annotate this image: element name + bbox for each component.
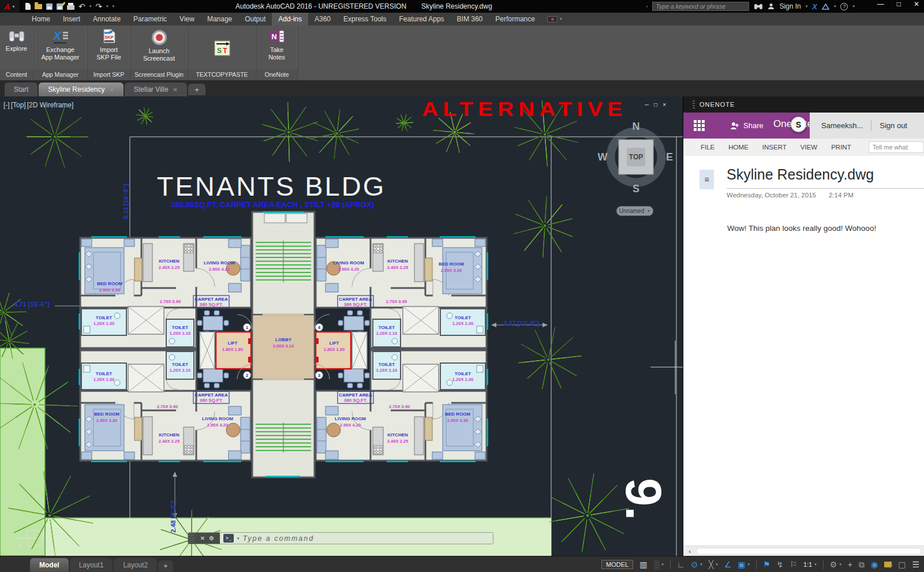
ribbon-tab-express-tools[interactable]: Express Tools (337, 13, 392, 25)
command-close-icon[interactable]: ✕ (200, 535, 205, 541)
tab-close-icon[interactable]: ✕ (109, 87, 114, 93)
infocenter-toggle-icon[interactable] (547, 16, 558, 23)
ribbon-tab-performance[interactable]: Performance (489, 13, 541, 25)
annotation-scale-icon[interactable]: ⚐ (790, 560, 797, 569)
ribbon-tab-featured-apps[interactable]: Featured Apps (393, 13, 451, 25)
viewcube-north[interactable]: N (633, 121, 640, 132)
new-drawing-tab-button[interactable]: + (188, 84, 205, 95)
customization-menu-icon[interactable]: ☰ (912, 560, 919, 569)
ribbon-tab-view[interactable]: View (173, 13, 201, 25)
layout-tab-model[interactable]: Model (30, 558, 69, 572)
grid-display-icon[interactable]: ▥ (639, 560, 647, 569)
object-snap-icon-dropdown[interactable]: ▾ (748, 562, 750, 567)
redo-icon[interactable]: ↷ (95, 3, 102, 9)
snap-mode-icon-dropdown[interactable]: ▾ (661, 562, 664, 567)
ribbon-tab-parametric[interactable]: Parametric (127, 13, 173, 25)
ribbon-tab-output[interactable]: Output (238, 13, 272, 25)
recent-commands-icon[interactable]: ▾ (237, 536, 240, 541)
qat-customize-icon[interactable]: ▾ (113, 4, 115, 9)
onenote-panel-titlebar[interactable]: ONENOTE (683, 96, 924, 113)
exchange-app-manager-button[interactable]: X Exchange App Manager (35, 27, 85, 62)
viewport-menu[interactable]: [-] (3, 101, 10, 109)
undo-icon[interactable]: ↶ (78, 3, 85, 9)
horizontal-scrollbar[interactable]: ‹ (683, 545, 924, 556)
new-layout-button[interactable]: + (158, 560, 173, 572)
sign-out-button[interactable]: Sign out (880, 121, 907, 130)
plot-icon[interactable] (67, 5, 74, 10)
minimize-button[interactable]: — (877, 0, 884, 8)
isolate-windows-icon[interactable]: ⧉ (859, 560, 865, 569)
annotation-scale-value[interactable]: 1:1 (803, 561, 812, 568)
search-binoculars-icon[interactable] (754, 3, 763, 10)
polar-tracking-icon[interactable]: ⊙ (691, 560, 698, 569)
panel-footer[interactable]: App Manager (33, 70, 87, 80)
explore-button[interactable]: Explore (0, 27, 33, 54)
workspace-gear-icon[interactable]: ⚙ (830, 560, 837, 569)
autoscale-icon[interactable]: ↯ (777, 560, 784, 569)
view-control[interactable]: [Top] (11, 101, 26, 109)
undo-dropdown-icon[interactable]: ▾ (89, 4, 92, 9)
search-input[interactable] (652, 2, 749, 11)
ortho-mode-icon[interactable]: ∟ (677, 560, 685, 569)
object-snap-icon[interactable]: ▣ (738, 560, 745, 569)
named-view-pill[interactable]: Unnamed▼ (616, 206, 653, 216)
share-button[interactable]: Share (730, 121, 764, 130)
open-file-icon[interactable] (35, 4, 42, 9)
textcopypaste-button[interactable]: ST (206, 36, 238, 61)
a360-icon[interactable] (822, 3, 829, 10)
page-hamburger-icon[interactable]: ≡ (699, 170, 714, 189)
take-notes-button[interactable]: N Take Notes (256, 27, 297, 62)
launch-screencast-button[interactable]: Launch Screencast (137, 27, 181, 63)
command-line-grip[interactable] (188, 533, 194, 544)
panel-grip-icon[interactable] (693, 100, 695, 109)
scroll-track[interactable] (696, 548, 922, 555)
panel-footer[interactable]: Screencast Plugin (130, 70, 188, 80)
menu-print[interactable]: PRINT (831, 144, 851, 151)
tell-me-search[interactable]: Tell me what (869, 141, 924, 153)
ribbon-tab-annotate[interactable]: Annotate (87, 13, 127, 25)
ribbon-tab-home[interactable]: Home (25, 13, 57, 25)
clean-screen-icon[interactable]: ▢ (898, 560, 906, 569)
dynamic-input-icon[interactable]: ∠ (724, 560, 732, 569)
save-as-icon[interactable] (57, 3, 63, 10)
annotation-visibility-icon[interactable]: ⚑ (763, 560, 770, 569)
sign-in-dropdown-icon[interactable]: ▾ (806, 4, 808, 9)
scroll-left-icon[interactable]: ‹ (683, 548, 696, 555)
ribbon-tab-insert[interactable]: Insert (57, 13, 87, 25)
apps-grid-icon[interactable] (694, 120, 705, 131)
viewcube-east[interactable]: E (666, 151, 673, 163)
menu-insert[interactable]: INSERT (762, 144, 787, 151)
account-name[interactable]: Sameeksh... (821, 121, 863, 130)
vp-close-icon[interactable]: × (663, 102, 666, 108)
file-tab-start[interactable]: Start (5, 83, 38, 96)
a360-dropdown-icon[interactable]: ▾ (834, 4, 836, 9)
note-text[interactable]: Wow! This plan looks really good! Wohooo… (727, 224, 876, 233)
onenote-page[interactable]: ≡ Skyline Residency.dwg Wednesday, Octob… (683, 156, 924, 534)
annotation-scale-value-dropdown[interactable]: ▾ (814, 562, 817, 567)
tab-close-icon[interactable]: ✕ (173, 87, 178, 93)
panel-footer[interactable]: Content (0, 70, 33, 80)
ribbon-tab-manage[interactable]: Manage (201, 13, 238, 25)
visual-style-control[interactable]: [2D Wireframe] (27, 101, 74, 109)
menu-view[interactable]: VIEW (800, 144, 817, 151)
redo-dropdown-icon[interactable]: ▾ (106, 4, 109, 9)
command-input[interactable]: >_ ▾ Type a command (220, 533, 493, 544)
ribbon-options-dropdown-icon[interactable]: ▾ (560, 17, 562, 21)
drawing-canvas[interactable]: TENANTS BLDG 380.00SQ.FT. CARPET AREA EA… (0, 96, 683, 556)
note-page-title[interactable]: Skyline Residency.dwg (727, 166, 874, 183)
save-icon[interactable] (46, 3, 53, 10)
command-customize-icon[interactable]: ⚙ (209, 535, 214, 541)
layout-tab-layout1[interactable]: Layout1 (70, 558, 113, 572)
viewcube-south[interactable]: S (633, 183, 639, 195)
help-dropdown-icon[interactable]: ▾ (852, 4, 855, 9)
infocenter-collapse-icon[interactable]: › (646, 3, 648, 9)
maximize-button[interactable]: □ (897, 0, 901, 8)
ribbon-tab-bim-360[interactable]: BIM 360 (451, 13, 489, 25)
new-file-icon[interactable] (25, 3, 31, 10)
object-snap-tracking-icon-dropdown[interactable]: ▾ (716, 562, 718, 567)
graphics-performance-icon[interactable]: ◉ (871, 560, 878, 569)
import-skp-button[interactable]: SKP Import SKP File (91, 27, 127, 62)
close-button[interactable]: ✕ (914, 0, 919, 8)
vp-minimize-icon[interactable]: ─ (645, 102, 649, 108)
viewcube-west[interactable]: W (598, 151, 608, 163)
